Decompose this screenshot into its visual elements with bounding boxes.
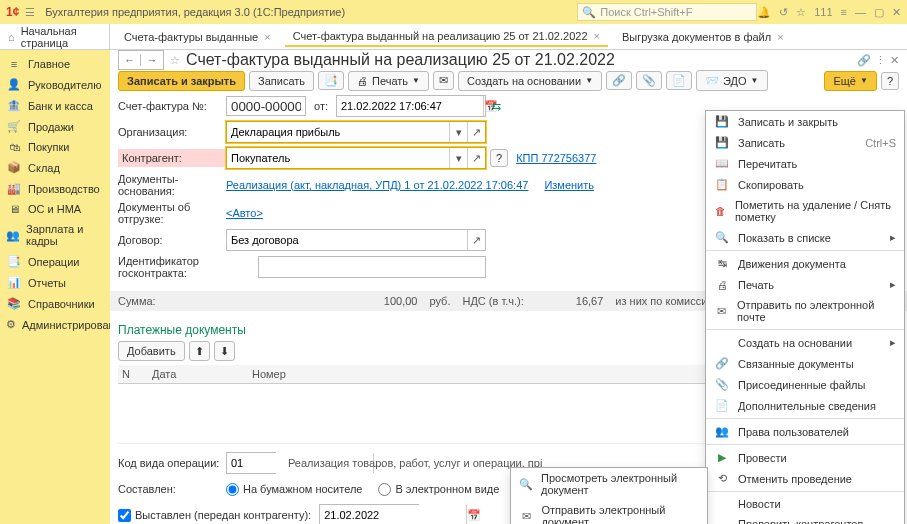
menu-item[interactable]: 💾ЗаписатьCtrl+S bbox=[706, 132, 904, 153]
menu-label: Проверить контрагентов bbox=[738, 518, 863, 524]
menu-item[interactable]: 👥Права пользователей bbox=[706, 421, 904, 442]
save-button[interactable]: Записать bbox=[249, 71, 314, 91]
basis-change-link[interactable]: Изменить bbox=[544, 179, 594, 191]
link-icon[interactable]: 🔗 bbox=[857, 54, 871, 67]
basis-link[interactable]: Реализация (акт, накладная, УПД) 1 от 21… bbox=[226, 179, 528, 191]
menu-item[interactable]: 🗑Пометить на удаление / Снять пометку bbox=[706, 195, 904, 227]
open-icon[interactable]: ↗ bbox=[467, 230, 485, 250]
close-tab-icon[interactable]: × bbox=[777, 31, 783, 43]
sidebar-item[interactable]: 🛍Покупки bbox=[0, 137, 110, 157]
sidebar-item[interactable]: 📑Операции bbox=[0, 251, 110, 272]
menu-item[interactable]: 🔍Показать в списке▸ bbox=[706, 227, 904, 248]
contractor-field[interactable]: ▾ ↗ bbox=[226, 147, 486, 169]
menu-item[interactable]: ↹Движения документа bbox=[706, 253, 904, 274]
nav-back[interactable]: ← bbox=[119, 54, 141, 66]
menu-item[interactable]: Создать на основании▸ bbox=[706, 332, 904, 353]
menu-item[interactable]: ▶Провести bbox=[706, 447, 904, 468]
sidebar-item[interactable]: ≡Главное bbox=[0, 54, 110, 74]
op-code-field[interactable]: … bbox=[226, 452, 276, 474]
menu-item[interactable]: 📄Дополнительные сведения bbox=[706, 395, 904, 416]
info-button[interactable]: 📄 bbox=[666, 71, 692, 90]
open-icon[interactable]: ↗ bbox=[467, 148, 485, 168]
date-field[interactable]: 📅 bbox=[336, 95, 486, 117]
issued-checkbox[interactable]: Выставлен (передан контрагенту): bbox=[118, 509, 311, 522]
dropdown-icon[interactable]: ▾ bbox=[449, 148, 467, 168]
menu-item[interactable]: 🖨Печать▸ bbox=[706, 274, 904, 295]
menu-item[interactable]: 📖Перечитать bbox=[706, 153, 904, 174]
minimize-icon[interactable]: — bbox=[855, 6, 866, 18]
edo-button[interactable]: 📨 ЭДО ▼ bbox=[696, 70, 767, 91]
close-icon[interactable]: ✕ bbox=[892, 6, 901, 19]
more-menu: 💾Записать и закрыть💾ЗаписатьCtrl+S📖Переч… bbox=[705, 110, 905, 524]
close-tab-icon[interactable]: × bbox=[594, 30, 600, 42]
tab[interactable]: Выгрузка документов в файл× bbox=[614, 28, 792, 46]
menu-item[interactable]: Проверить контрагентов bbox=[706, 514, 904, 524]
history-icon[interactable]: ↺ bbox=[779, 6, 788, 19]
global-search[interactable]: 🔍 Поиск Ctrl+Shift+F bbox=[577, 3, 757, 21]
radio-paper[interactable]: На бумажном носителе bbox=[226, 483, 362, 496]
save-close-button[interactable]: Записать и закрыть bbox=[118, 71, 245, 91]
sidebar-item[interactable]: 📊Отчеты bbox=[0, 272, 110, 293]
add-payment-button[interactable]: Добавить bbox=[118, 341, 185, 361]
menu-label: Отправить электронный документ bbox=[541, 504, 699, 524]
sidebar-item[interactable]: 🖥ОС и НМА bbox=[0, 199, 110, 219]
tab-home[interactable]: ⌂ Начальная страница bbox=[0, 24, 110, 49]
refresh-icon[interactable]: ⇆ bbox=[492, 100, 501, 113]
menu-item[interactable]: 📎Присоединенные файлы bbox=[706, 374, 904, 395]
dropdown-icon[interactable]: ▾ bbox=[449, 122, 467, 142]
sidebar-item[interactable]: 🏭Производство bbox=[0, 178, 110, 199]
menu-item[interactable]: 🔍Просмотреть электронный документ bbox=[511, 468, 707, 500]
menu-label: Перечитать bbox=[738, 158, 797, 170]
more-button[interactable]: Ещё ▼ bbox=[824, 71, 876, 91]
kpp-link[interactable]: КПП 772756377 bbox=[516, 152, 596, 164]
bell-icon[interactable]: 🔔 bbox=[757, 6, 771, 19]
move-up-button[interactable]: ⬆ bbox=[189, 341, 210, 361]
sidebar-item[interactable]: 🛒Продажи bbox=[0, 116, 110, 137]
menu-item[interactable]: 📋Скопировать bbox=[706, 174, 904, 195]
related-button[interactable]: 🔗 bbox=[606, 71, 632, 90]
menu-item[interactable]: ⟲Отменить проведение bbox=[706, 468, 904, 489]
number-input[interactable] bbox=[226, 96, 306, 116]
star-icon[interactable]: ☆ bbox=[796, 6, 806, 19]
sidebar-item[interactable]: 👤Руководителю bbox=[0, 74, 110, 95]
menu-item[interactable]: 💾Записать и закрыть bbox=[706, 111, 904, 132]
contractor-help-button[interactable]: ? bbox=[490, 149, 508, 167]
print-button[interactable]: 🖨 Печать ▼ bbox=[348, 71, 429, 91]
sidebar-item[interactable]: 📚Справочники bbox=[0, 293, 110, 314]
sidebar-item[interactable]: ⚙Администрирование bbox=[0, 314, 110, 335]
menu-item[interactable]: 🔗Связанные документы bbox=[706, 353, 904, 374]
tab[interactable]: Счет-фактура выданный на реализацию 25 о… bbox=[285, 27, 608, 47]
nav-forward[interactable]: → bbox=[141, 54, 163, 66]
basis-label: Документы-основания: bbox=[118, 173, 226, 197]
tab[interactable]: Счета-фактуры выданные× bbox=[116, 28, 279, 46]
sidebar-item[interactable]: 👥Зарплата и кадры bbox=[0, 219, 110, 251]
menu-item[interactable]: Новости bbox=[706, 494, 904, 514]
sidebar-label: Банк и касса bbox=[28, 100, 93, 112]
create-based-button[interactable]: Создать на основании ▼ bbox=[458, 71, 602, 91]
open-icon[interactable]: ↗ bbox=[467, 122, 485, 142]
attach-button[interactable]: 📎 bbox=[636, 71, 662, 90]
more-header-icon[interactable]: ⋮ bbox=[875, 54, 886, 67]
sidebar-item[interactable]: 🏦Банк и касса bbox=[0, 95, 110, 116]
contract-field[interactable]: ↗ bbox=[226, 229, 486, 251]
main-menu-icon[interactable]: ☰ bbox=[25, 6, 35, 19]
favorite-star-icon[interactable]: ☆ bbox=[170, 54, 180, 67]
radio-electronic[interactable]: В электронном виде bbox=[378, 483, 499, 496]
org-field[interactable]: ▾ ↗ bbox=[226, 121, 486, 143]
menu-item[interactable]: ✉Отправить электронный документ bbox=[511, 500, 707, 524]
settings-icon[interactable]: ≡ bbox=[841, 6, 847, 18]
ident-field[interactable] bbox=[258, 256, 486, 278]
help-button[interactable]: ? bbox=[881, 72, 899, 90]
sidebar-item[interactable]: 📦Склад bbox=[0, 157, 110, 178]
post-button[interactable]: 📑 bbox=[318, 71, 344, 90]
sidebar-icon: 📊 bbox=[6, 276, 22, 289]
close-tab-icon[interactable]: × bbox=[264, 31, 270, 43]
issued-date-field[interactable]: 📅 bbox=[319, 504, 419, 524]
calendar-icon[interactable]: 📅 bbox=[466, 505, 481, 524]
email-button[interactable]: ✉ bbox=[433, 71, 454, 90]
maximize-icon[interactable]: ▢ bbox=[874, 6, 884, 19]
close-doc-icon[interactable]: ✕ bbox=[890, 54, 899, 67]
move-down-button[interactable]: ⬇ bbox=[214, 341, 235, 361]
shipment-link[interactable]: <Авто> bbox=[226, 207, 263, 219]
menu-item[interactable]: ✉Отправить по электронной почте bbox=[706, 295, 904, 327]
